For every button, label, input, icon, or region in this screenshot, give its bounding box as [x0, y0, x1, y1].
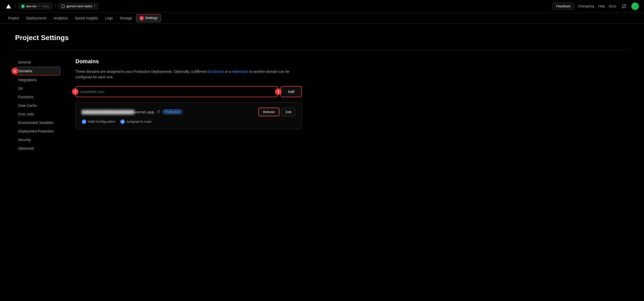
refresh-button[interactable]: Refresh — [259, 108, 279, 116]
subnav: Project Deployments Analytics Speed Insi… — [0, 13, 644, 24]
project-selector[interactable]: gemini-next-web1 ▾ — [59, 3, 98, 9]
domain-card: ██████████████████vercel.app Production — [75, 102, 302, 129]
refresh-button-wrapper: Refresh — [258, 108, 279, 116]
external-link-icon[interactable] — [157, 110, 160, 114]
sidebar-item-git[interactable]: Git — [15, 84, 60, 92]
sidebar-item-security[interactable]: Security — [15, 136, 60, 144]
notifications-button[interactable] — [620, 3, 627, 10]
annotation-badge-1: 1 — [139, 16, 144, 20]
sidebar-item-env-vars[interactable]: Environment Variables — [15, 119, 60, 127]
project-chevron-icon: ▾ — [94, 5, 95, 8]
team-avatar — [21, 5, 25, 8]
topbar-left: / two-ice ▾ Hobby / gemini-next-web1 ▾ — [5, 3, 549, 10]
redirection-link[interactable]: redirection — [232, 70, 248, 74]
annotation-badge-4: 4 — [275, 88, 281, 95]
main-content: Domains These domains are assigned to yo… — [75, 58, 302, 153]
status-valid-config: Valid Configuration — [82, 119, 115, 124]
domains-description: These domains are assigned to your Produ… — [75, 69, 302, 80]
production-badge: Production — [163, 109, 182, 114]
project-globe-icon — [61, 5, 65, 8]
team-selector[interactable]: two-ice ▾ Hobby — [18, 3, 52, 9]
domain-info: ██████████████████vercel.app Production — [82, 109, 182, 114]
sidebar-item-general[interactable]: General — [15, 58, 60, 66]
status-assigned-main: Assigned to main — [120, 119, 151, 124]
domain-actions: Refresh Edit — [258, 108, 296, 116]
changelog-link[interactable]: Changelog — [578, 4, 594, 8]
annotation-badge-3: 3 — [72, 88, 78, 95]
team-chevron-icon: ▾ — [38, 5, 39, 8]
valid-config-check-icon — [82, 119, 86, 124]
divider — [15, 50, 629, 50]
sidebar-item-integrations[interactable]: Integrations — [15, 76, 60, 84]
annotation-badge-2: 2 — [12, 68, 18, 74]
page-content: Project Settings 2 General Domains Integ… — [0, 24, 644, 163]
subnav-settings[interactable]: 1Settings — [136, 14, 161, 22]
breadcrumb-slash: / — [15, 4, 16, 9]
assigned-main-label: Assigned to main — [126, 120, 151, 123]
assigned-main-check-icon — [120, 119, 125, 124]
domain-input-row: 3 4 Add — [75, 86, 302, 97]
project-name: gemini-next-web1 — [66, 4, 92, 8]
subnav-deployments[interactable]: Deployments — [23, 15, 50, 22]
team-name: two-ice — [26, 4, 36, 8]
settings-sidebar: 2 General Domains Integrations Git Funct… — [15, 58, 60, 153]
breadcrumb-slash-2: / — [55, 4, 56, 9]
add-button-section: Add — [280, 86, 302, 97]
notification-dot — [625, 4, 626, 6]
edit-button[interactable]: Edit — [281, 108, 296, 116]
domain-card-header: ██████████████████vercel.app Production — [82, 108, 296, 116]
git-branch-link[interactable]: Git branch — [208, 70, 224, 74]
svg-line-0 — [158, 111, 160, 112]
sidebar-item-advanced[interactable]: Advanced — [15, 144, 60, 152]
add-domain-button[interactable]: Add — [280, 86, 302, 97]
avatar[interactable] — [631, 3, 639, 10]
topbar-right: Feedback Changelog Help Docs — [552, 3, 639, 10]
domain-input-section: 3 4 — [75, 86, 278, 97]
domain-status: Valid Configuration Assigned to main — [82, 119, 296, 124]
sidebar-item-functions[interactable]: Functions — [15, 93, 60, 101]
vercel-logo-icon[interactable] — [5, 3, 12, 10]
feedback-button[interactable]: Feedback — [552, 3, 574, 10]
domain-suffix: vercel.app — [134, 110, 154, 114]
subnav-logs[interactable]: Logs — [102, 15, 116, 22]
docs-link[interactable]: Docs — [609, 4, 616, 8]
domain-input[interactable] — [75, 86, 278, 97]
blurred-portion: ██████████████████ — [82, 110, 134, 114]
team-plan: Hobby — [42, 5, 50, 8]
subnav-analytics[interactable]: Analytics — [51, 15, 71, 22]
page-title: Project Settings — [15, 34, 629, 42]
sidebar-item-domains[interactable]: Domains — [15, 67, 60, 75]
subnav-storage[interactable]: Storage — [117, 15, 135, 22]
subnav-project[interactable]: Project — [5, 15, 22, 22]
settings-layout: 2 General Domains Integrations Git Funct… — [15, 58, 629, 153]
topbar: / two-ice ▾ Hobby / gemini-next-web1 ▾ F… — [0, 0, 644, 13]
domain-blurred-text: ██████████████████vercel.app — [82, 110, 154, 114]
sidebar-item-deployment-protection[interactable]: Deployment Protection — [15, 127, 60, 135]
valid-config-label: Valid Configuration — [88, 120, 115, 123]
subnav-speed-insights[interactable]: Speed Insights — [72, 15, 101, 22]
help-link[interactable]: Help — [598, 4, 605, 8]
sidebar-item-data-cache[interactable]: Data Cache — [15, 102, 60, 110]
sidebar-item-cron-jobs[interactable]: Cron Jobs — [15, 110, 60, 118]
domains-title: Domains — [75, 58, 302, 65]
